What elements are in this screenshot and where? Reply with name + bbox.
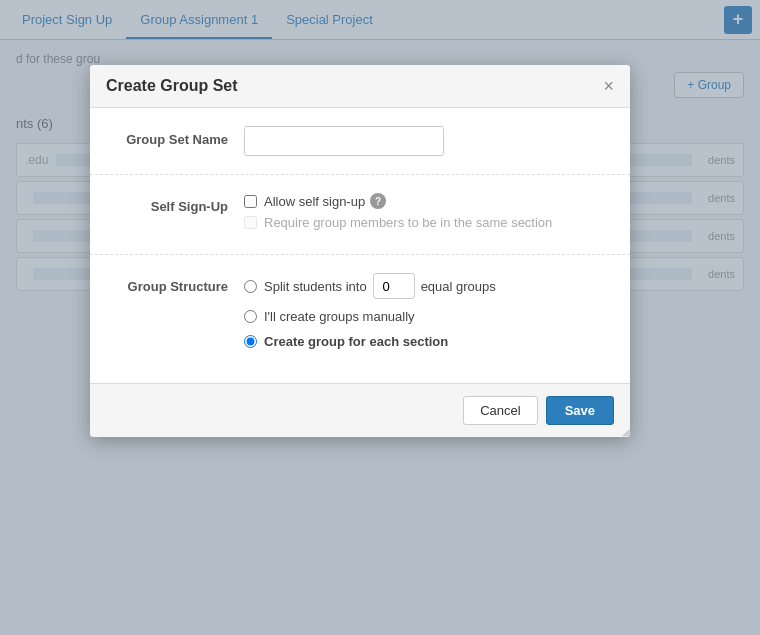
modal-body: Group Set Name Self Sign-Up Allow self s… [90, 108, 630, 383]
allow-self-signup-row: Allow self sign-up ? [244, 193, 606, 209]
create-group-set-modal: Create Group Set × Group Set Name Self S… [90, 65, 630, 437]
allow-self-signup-label-text[interactable]: Allow self sign-up [264, 194, 365, 209]
manual-create-label: I'll create groups manually [264, 309, 415, 324]
split-students-radio[interactable] [244, 280, 257, 293]
split-students-label-before: Split students into [264, 279, 367, 294]
create-per-section-radio[interactable] [244, 335, 257, 348]
modal-header: Create Group Set × [90, 65, 630, 108]
self-signup-label: Self Sign-Up [114, 193, 244, 214]
group-set-name-section: Group Set Name [90, 108, 630, 175]
manual-create-row: I'll create groups manually [244, 309, 606, 324]
modal-resize-handle[interactable]: ◢ [618, 425, 630, 437]
self-signup-content: Allow self sign-up ? Require group membe… [244, 193, 606, 236]
modal-close-button[interactable]: × [603, 77, 614, 95]
group-structure-section: Group Structure Split students into equa… [90, 255, 630, 383]
require-same-section-checkbox[interactable] [244, 216, 257, 229]
create-per-section-label: Create group for each section [264, 334, 448, 349]
group-set-name-input[interactable] [244, 126, 444, 156]
split-students-label-after: equal groups [421, 279, 496, 294]
require-same-section-label-text: Require group members to be in the same … [264, 215, 552, 230]
self-signup-section: Self Sign-Up Allow self sign-up ? Requir… [90, 175, 630, 255]
split-students-number-input[interactable] [373, 273, 415, 299]
split-students-row: Split students into equal groups [244, 273, 606, 299]
cancel-button[interactable]: Cancel [463, 396, 537, 425]
help-icon[interactable]: ? [370, 193, 386, 209]
manual-create-radio[interactable] [244, 310, 257, 323]
save-button[interactable]: Save [546, 396, 614, 425]
modal-title: Create Group Set [106, 77, 238, 95]
create-per-section-row: Create group for each section [244, 334, 606, 349]
modal-footer: Cancel Save [90, 383, 630, 437]
group-set-name-content [244, 126, 606, 156]
group-set-name-label: Group Set Name [114, 126, 244, 147]
group-structure-label: Group Structure [114, 273, 244, 294]
allow-self-signup-checkbox[interactable] [244, 195, 257, 208]
require-same-section-row: Require group members to be in the same … [244, 215, 606, 230]
group-structure-content: Split students into equal groups I'll cr… [244, 273, 606, 359]
